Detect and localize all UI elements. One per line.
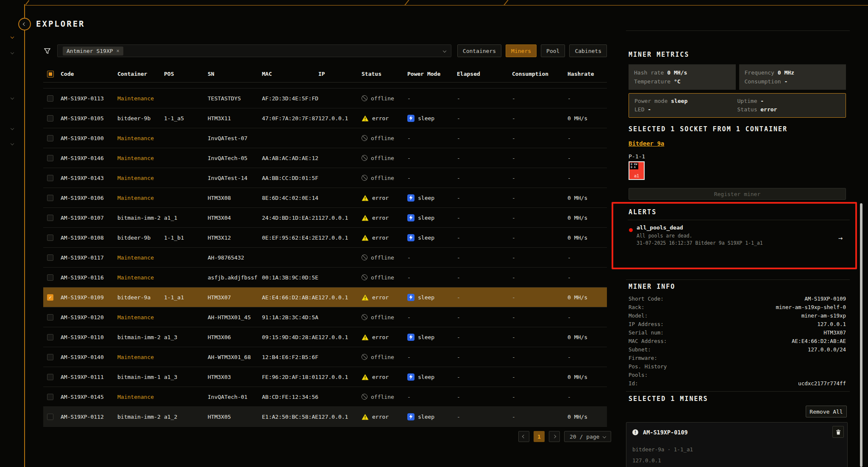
miner-hashrate: 0 MH/s [568,115,607,122]
miner-info-row: Pos. History [629,363,846,372]
column-header-hashrate[interactable]: Hashrate [568,71,607,77]
metric-card-frequency: Frequency 0 MHz Consumption - [739,64,846,90]
miner-code: AM-S19XP-0113 [61,95,117,102]
column-header-ip[interactable]: IP [318,71,362,77]
info-label: Subnet: [629,346,651,355]
table-row[interactable]: AM-S19XP-0140 Maintenance AH-WTM3X01_68 … [43,347,607,367]
miner-container: Maintenance [117,195,164,201]
chevron-down-icon[interactable] [11,142,14,145]
alert-item[interactable]: all_pools_dead All pools are dead. 31-07… [629,224,846,246]
miner-mac: AB:CD:FE:12:34:56 [262,394,318,400]
column-header-pos[interactable]: POS [164,71,208,77]
table-row[interactable]: AM-S19XP-0146 Maintenance InvQATech-05 A… [43,148,607,168]
miner-container: bitdeer-9b [117,235,164,241]
column-header-consumption[interactable]: Consumption [512,71,568,77]
row-checkbox[interactable] [47,215,53,221]
column-header-elapsed[interactable]: Elapsed [457,71,512,77]
container-link[interactable]: Bitdeer 9a [629,140,846,147]
table-row[interactable]: AM-S19XP-0107 bitmain-imm-2 a1_1 HTM3X04… [43,208,607,228]
select-all-checkbox[interactable] [47,71,54,77]
row-checkbox[interactable] [47,235,53,241]
column-header-mac[interactable]: MAC [262,71,318,77]
prohibited-circle-icon [362,354,367,360]
row-checkbox[interactable] [47,115,53,122]
row-checkbox[interactable] [47,155,53,161]
table-row[interactable]: AM-S19XP-0116 Maintenance asfjb.akdjfbss… [43,268,607,287]
row-checkbox[interactable] [47,414,53,420]
view-button-miners[interactable]: Miners [506,44,537,57]
table-row[interactable]: AM-S19XP-0108 bitdeer-9b 1-1_b1 HTM3X12 … [43,228,607,248]
back-button[interactable] [18,18,31,30]
table-row[interactable]: AM-S19XP-0109 bitdeer-9a 1-1_a1 HTM3X07 … [43,287,607,307]
row-checkbox[interactable] [47,374,53,380]
table-row[interactable]: AM-S19XP-0100 Maintenance InvQATest-07 o… [43,128,607,148]
table-row[interactable]: AM-S19XP-0112 bitmain-imm-2 a1_2 HTM3X05… [43,407,607,427]
miner-ip: 127.0.0.1 [318,334,362,340]
lightning-bolt-badge-icon [407,214,415,221]
register-miner-button[interactable]: Register miner [629,188,846,200]
column-header-status[interactable]: Status [362,71,407,77]
column-header-code[interactable]: Code [61,71,117,77]
table-row[interactable]: AM-S19XP-0120 Maintenance AH-HTM3X01_45 … [43,307,607,327]
chevron-down-icon[interactable] [11,96,14,99]
miner-code: AM-S19XP-0117 [61,254,117,261]
lightning-bolt-badge-icon [407,115,415,122]
miner-power-mode: - [407,155,457,161]
filter-input[interactable]: Antminer S19XP × [57,44,451,57]
miner-sn: InvQATech-05 [208,155,262,161]
table-header: Code Container POS SN MAC IP Status Powe… [43,66,607,83]
table-row[interactable]: AM-S19XP-0143 Maintenance InvQATest-14 A… [43,168,607,188]
table-row[interactable]: AM-S19XP-0113 Maintenance TESTASTDYS AF:… [43,88,607,108]
chevron-down-icon[interactable] [11,51,14,54]
row-checkbox[interactable] [47,354,53,360]
arrow-right-icon[interactable]: → [838,234,843,242]
page-size-select[interactable]: 20 / page [564,431,611,442]
miner-mac: AE:E4:66:D2:AB:AE [262,294,318,301]
chevron-down-icon[interactable] [11,127,14,130]
socket-tile[interactable]: 0 KW 0 A a1 [629,161,645,180]
row-checkbox[interactable] [47,254,53,261]
remove-miner-button[interactable] [832,426,844,438]
row-checkbox[interactable] [47,95,53,102]
column-header-sn[interactable]: SN [208,71,262,77]
miner-consumption: - [512,254,568,261]
row-checkbox[interactable] [47,195,53,201]
row-checkbox[interactable] [47,334,53,340]
filter-tag[interactable]: Antminer S19XP × [63,47,123,55]
view-button-cabinets[interactable]: Cabinets [569,44,607,57]
row-checkbox[interactable] [47,135,53,141]
current-page[interactable]: 1 [534,431,545,442]
selected-miners-title: SELECTED 1 MINERS [629,395,846,403]
prev-page-button[interactable] [518,431,529,442]
table-row[interactable]: AM-S19XP-0117 Maintenance AH-98765432 of… [43,248,607,268]
row-checkbox[interactable] [47,175,53,181]
miner-power-mode: sleep [407,413,457,420]
panel-scrollbar[interactable] [860,203,862,467]
remove-all-button[interactable]: Remove All [806,406,847,417]
chevron-down-icon[interactable] [11,35,14,39]
chevron-down-icon[interactable] [443,49,446,53]
info-label: Rack: [629,304,645,312]
miner-mac: E1:A2:50:BC:58:AE [262,414,318,420]
next-page-button[interactable] [549,431,560,442]
view-button-pool[interactable]: Pool [541,44,565,57]
miner-consumption: - [512,155,568,161]
info-value: HTM3X07 [823,329,846,338]
row-checkbox[interactable] [47,274,53,281]
table-row[interactable]: AM-S19XP-0105 bitdeer-9b 1-1_a5 HTM3X11 … [43,108,607,128]
column-header-power-mode[interactable]: Power Mode [407,71,457,77]
table-row[interactable]: AM-S19XP-0106 Maintenance HTM3X08 8E:6D:… [43,188,607,208]
tag-close-icon[interactable]: × [117,48,120,54]
row-checkbox[interactable] [47,314,53,321]
miner-status: offline [362,155,407,161]
miner-info-row: Rack: miner-am-s19xp-shelf-0 [629,304,846,312]
table-row[interactable]: AM-S19XP-0110 bitmain-imm-2 a1_3 HTM3X06… [43,327,607,347]
view-button-containers[interactable]: Containers [457,44,501,57]
miner-consumption: - [512,314,568,321]
row-checkbox[interactable] [47,294,53,301]
warning-triangle-icon [362,334,369,340]
table-row[interactable]: AM-S19XP-0145 Maintenance InvQATech-01 A… [43,387,607,407]
row-checkbox[interactable] [47,394,53,400]
table-row[interactable]: AM-S19XP-0111 bitmain-imm-1 a1_3 HTM3X03… [43,367,607,387]
column-header-container[interactable]: Container [117,71,164,77]
